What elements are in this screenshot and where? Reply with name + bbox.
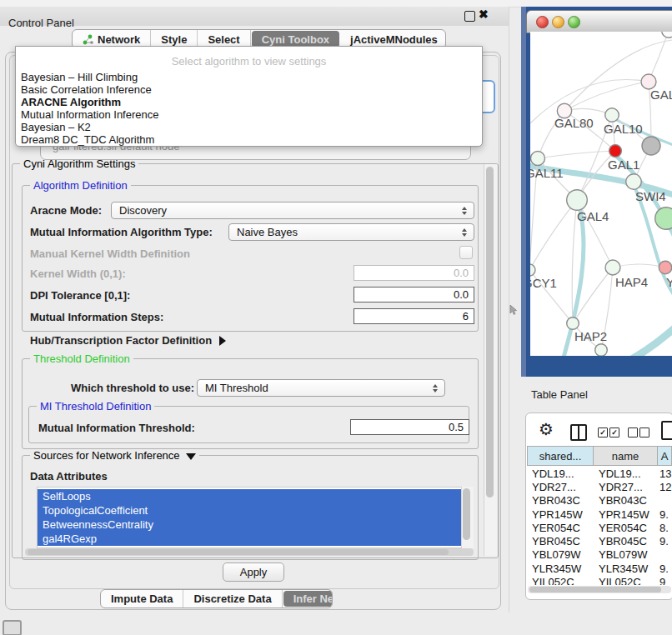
algorithm-option[interactable]: Dream8 DC_TDC Algorithm (19, 133, 479, 146)
table-row[interactable]: YER054CYER054C8. (527, 521, 672, 534)
mi-steps-field[interactable]: 6 (354, 308, 474, 324)
mi-algorithm-type-label: Mutual Information Algorithm Type: (30, 226, 213, 238)
algorithm-option[interactable]: ARACNE Algorithm (19, 96, 479, 108)
network-node-y[interactable] (659, 261, 671, 273)
minimize-traffic-light-icon[interactable] (552, 16, 564, 28)
gear-icon[interactable]: ⚙ (539, 420, 554, 438)
table-row[interactable]: YIL052CYIL052C9 (527, 575, 672, 585)
network-node-gal4[interactable] (567, 190, 588, 211)
sources-title: Sources for Network Inference (33, 449, 180, 462)
table-row[interactable]: YLR345WYLR345W9. (527, 562, 672, 575)
zoom-traffic-light-icon[interactable] (568, 16, 580, 28)
checked-box-icon[interactable]: ✓ (609, 428, 619, 438)
tab-label: Style (161, 33, 187, 46)
network-node[interactable] (595, 344, 608, 356)
network-node[interactable] (642, 137, 660, 155)
mi-threshold-field[interactable]: 0.5 (350, 419, 469, 435)
hub-definition-toggle[interactable]: Hub/Transcription Factor Definition (30, 334, 226, 347)
network-icon (83, 34, 93, 45)
cell-partial: 13 (657, 468, 672, 480)
cell-name: YBR043C (593, 494, 657, 507)
algorithm-option[interactable]: Bayesian – Hill Climbing (19, 71, 479, 83)
attribute-item[interactable]: TopologicalCoefficient (38, 503, 462, 518)
algorithm-option[interactable]: Mutual Information Inference (19, 108, 479, 121)
table-row[interactable]: YBR043CYBR043C (527, 494, 672, 508)
table-hscrollbar-thumb[interactable] (529, 587, 661, 592)
aracne-mode-combobox[interactable]: Discovery (111, 202, 474, 219)
threshold-definition-title: Threshold Definition (30, 352, 133, 365)
table-row[interactable]: YBR045CYBR045C9. (527, 534, 672, 548)
node-label: GCY1 (530, 276, 557, 290)
algorithm-option[interactable]: Bayesian – K2 (19, 121, 479, 133)
settings-scrollbar-thumb[interactable] (486, 167, 494, 498)
collapse-down-icon (186, 453, 196, 460)
tab-label: jActiveMNodules (350, 33, 438, 46)
float-window-icon[interactable] (464, 11, 475, 22)
network-node-swi4[interactable] (626, 174, 642, 190)
tab-discretize-data[interactable]: Discretize Data (183, 590, 282, 608)
algorithm-definition-title: Algorithm Definition (30, 179, 131, 192)
mi-algorithm-type-combobox[interactable]: Naive Bayes (228, 223, 474, 241)
table-row[interactable]: YDR27...YDR27...12 (527, 480, 672, 493)
network-node-hap4[interactable] (605, 260, 620, 275)
table-panel-title: Table Panel (531, 388, 588, 401)
tab-cyni-toolbox[interactable]: Cyni Toolbox (252, 31, 339, 48)
sources-toggle[interactable]: Sources for Network Inference (30, 449, 199, 462)
column-header-shared-name[interactable]: shared... (527, 446, 594, 466)
network-node-gal10[interactable] (605, 108, 619, 122)
manual-kernel-width-checkbox[interactable] (459, 246, 473, 259)
cell-name: YER054C (593, 522, 657, 534)
attributes-scrollbar-thumb[interactable] (463, 488, 470, 540)
tab-infer-network[interactable]: Infer Network (283, 591, 333, 607)
data-attributes-label: Data Attributes (30, 470, 108, 482)
attribute-item[interactable]: BetweennessCentrality (38, 518, 462, 532)
attribute-item[interactable]: SelfLoops (38, 489, 462, 503)
column-header-name[interactable]: name (593, 446, 658, 466)
tab-label: Select (208, 33, 239, 46)
kernel-width-field[interactable]: 0.0 (354, 265, 474, 281)
document-icon[interactable] (661, 421, 672, 440)
algorithm-option[interactable]: Basic Correlation Inference (19, 83, 479, 96)
dpi-tolerance-field[interactable]: 0.0 (354, 287, 474, 302)
network-node-hap2[interactable] (567, 318, 579, 330)
table-row[interactable]: YPR145WYPR145W9. (527, 508, 672, 521)
node-table-body: YDL19...YDL19...13YDR27...YDR27...12YBR0… (527, 467, 672, 585)
cell-partial: 9. (657, 562, 672, 575)
cell-shared-name: YBR043C (527, 494, 593, 507)
split-columns-icon[interactable] (570, 424, 587, 441)
manual-kernel-width-label: Manual Kernel Width Definition (30, 248, 190, 260)
node-label: HAP4 (615, 275, 648, 289)
cell-name: YBL079W (593, 548, 657, 561)
network-canvas[interactable]: GALGAL80GAL10GAL1GAL11SWI4GAL4GCY1HAP4YH… (530, 32, 672, 356)
combo-spinner-icon (429, 384, 441, 392)
table-row[interactable]: YDL19...YDL19...13 (527, 467, 672, 480)
minimized-panel-icon[interactable] (3, 620, 22, 635)
cell-shared-name: YBL079W (527, 548, 593, 561)
cell-partial: 9 (657, 576, 672, 585)
network-node[interactable] (655, 208, 672, 230)
hub-definition-label: Hub/Transcription Factor Definition (30, 334, 212, 347)
kernel-width-label: Kernel Width (0,1): (30, 268, 126, 280)
checked-box-icon[interactable]: ✓ (598, 428, 608, 438)
tab-impute-data[interactable]: Impute Data (101, 590, 183, 608)
node-label: GAL11 (530, 166, 564, 180)
network-node-gal11[interactable] (531, 152, 545, 166)
cell-shared-name: YBR045C (527, 535, 593, 548)
network-window-titlebar[interactable] (526, 10, 672, 33)
cell-name: YDL19... (593, 468, 657, 480)
cell-shared-name: YDR27... (527, 481, 593, 493)
apply-button[interactable]: Apply (223, 562, 284, 582)
close-traffic-light-icon[interactable] (536, 16, 549, 28)
which-threshold-combobox[interactable]: MI Threshold (197, 379, 445, 397)
table-row[interactable]: YBL079WYBL079W (527, 548, 672, 562)
unchecked-box-icon[interactable] (639, 428, 649, 438)
unchecked-box-icon[interactable] (628, 428, 638, 438)
which-threshold-label: Which threshold to use: (71, 382, 194, 394)
column-header-partial[interactable]: A (657, 446, 672, 466)
network-node-gal1[interactable] (609, 145, 622, 158)
sources-hscrollbar-thumb[interactable] (28, 549, 449, 555)
attribute-item[interactable]: gal4RGexp (38, 532, 462, 546)
network-node-gcy1[interactable] (530, 264, 535, 276)
network-node[interactable] (662, 32, 672, 38)
close-icon[interactable]: ✖ (479, 8, 489, 21)
